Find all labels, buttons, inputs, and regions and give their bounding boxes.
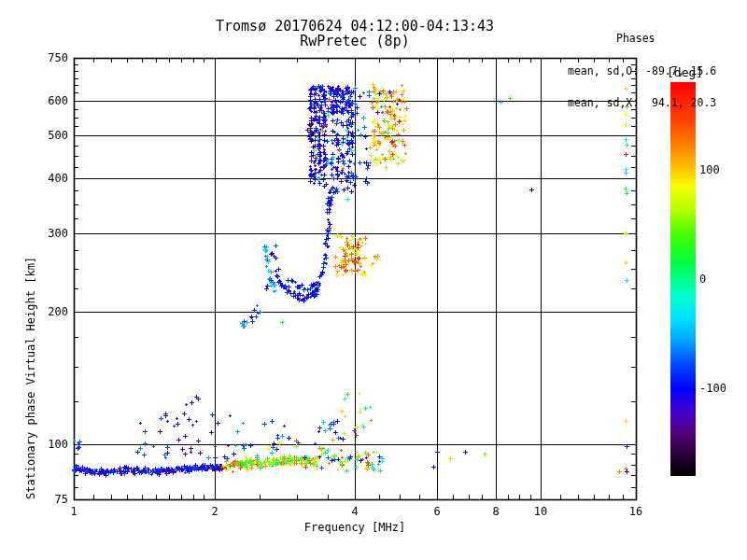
- x-tick-label: 16: [623, 505, 649, 518]
- y-axis-title: Stationary phase Virtual Height [km]: [24, 58, 37, 499]
- colorbar-tick-label: 0: [699, 273, 706, 286]
- y-tick-label: 500: [31, 129, 68, 142]
- x-tick-label: 6: [424, 505, 450, 518]
- colorbar-tick-label: 100: [699, 163, 720, 176]
- x-tick-label: 1: [61, 505, 87, 518]
- colorbar-tick-label: -100: [699, 382, 726, 395]
- x-tick-label: 2: [202, 505, 228, 518]
- y-tick-label: 200: [31, 305, 68, 318]
- plot-title: Tromsø 20170624 04:12:00-04:13:43: [74, 20, 636, 34]
- x-tick-label: 8: [483, 505, 509, 518]
- colorbar-unit-label: [deg]: [667, 65, 703, 79]
- y-tick-label: 750: [31, 51, 68, 64]
- x-tick-label: 10: [528, 505, 554, 518]
- phase-stats-title: Phases: [568, 34, 716, 45]
- y-tick-label: 600: [31, 94, 68, 107]
- phase-stats-x-mode: mean, sd,X: 94.1, 20.3: [568, 98, 716, 109]
- x-axis-title: Frequency [MHz]: [74, 521, 636, 534]
- ionogram-page: Tromsø 20170624 04:12:00-04:13:43 RwPret…: [0, 0, 747, 560]
- plot-subtitle: RwPretec (8p): [74, 35, 636, 49]
- y-tick-label: 400: [31, 172, 68, 185]
- x-tick-label: 4: [342, 505, 368, 518]
- y-tick-label: 300: [31, 227, 68, 240]
- y-tick-label: 75: [31, 493, 68, 506]
- y-tick-label: 100: [31, 438, 68, 451]
